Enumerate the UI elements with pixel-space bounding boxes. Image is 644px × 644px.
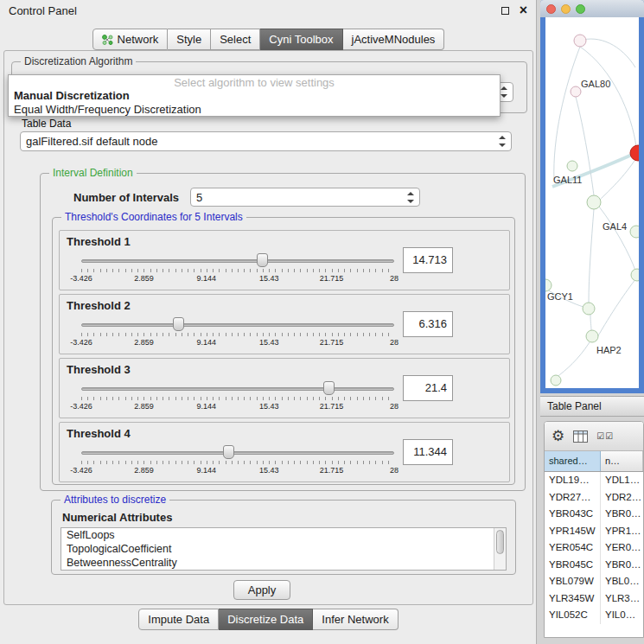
num-intervals-combobox[interactable]: 5 bbox=[190, 188, 420, 207]
table-data-label: Table Data bbox=[22, 118, 71, 130]
mac-minimize-icon[interactable] bbox=[561, 4, 571, 14]
thresholds-legend: Threshold's Coordinates for 5 Intervals bbox=[61, 211, 246, 223]
cyni-bottom-tabs: Impute Data Discretize Data Infer Networ… bbox=[0, 609, 537, 630]
tab-infer-network[interactable]: Infer Network bbox=[313, 609, 398, 630]
attributes-list[interactable]: SelfLoops TopologicalCoefficient Between… bbox=[61, 527, 507, 571]
table-cell[interactable]: YBR0… bbox=[601, 506, 643, 523]
network-node[interactable] bbox=[567, 161, 577, 171]
table-row[interactable]: YLR345W YLR3… bbox=[545, 590, 643, 608]
table-cell[interactable]: YDR27… bbox=[545, 489, 601, 507]
list-item-selfloops[interactable]: SelfLoops bbox=[61, 528, 506, 542]
network-node[interactable] bbox=[551, 375, 561, 386]
table-row[interactable]: YBR045C YBR0… bbox=[545, 557, 643, 574]
table-cell[interactable]: YER0… bbox=[601, 539, 643, 557]
slider-handle[interactable] bbox=[173, 317, 184, 331]
cyni-toolbox-panel: Discretization Algorithm Select algorith… bbox=[3, 50, 533, 605]
threshold-4-value-field[interactable]: 11.344 bbox=[403, 439, 453, 465]
table-cell[interactable]: YPR145W bbox=[545, 523, 601, 540]
tab-label-impute-data: Impute Data bbox=[148, 613, 209, 626]
table-cell[interactable]: YIL0… bbox=[601, 607, 643, 624]
gear-icon[interactable]: ⚙ bbox=[552, 429, 564, 443]
tab-select[interactable]: Select bbox=[211, 29, 260, 50]
network-node[interactable] bbox=[630, 226, 639, 238]
threshold-1-slider[interactable]: -3.426 2.859 9.144 15.43 21.715 28 bbox=[81, 252, 394, 288]
threshold-2-label: Threshold 2 bbox=[67, 299, 131, 312]
table-cell[interactable]: YDL1… bbox=[601, 472, 643, 489]
scrollbar-thumb[interactable] bbox=[496, 530, 504, 554]
slider-handle[interactable] bbox=[223, 445, 234, 459]
table-row[interactable]: YBR043C YBR0… bbox=[545, 506, 643, 523]
network-node[interactable] bbox=[587, 195, 601, 209]
threshold-3-value-field[interactable]: 21.4 bbox=[403, 375, 453, 401]
scale-label: -3.426 bbox=[70, 274, 92, 283]
close-icon[interactable]: × bbox=[520, 5, 527, 16]
combo-arrows-icon bbox=[407, 192, 414, 203]
network-node[interactable] bbox=[571, 86, 581, 97]
network-view-titlebar bbox=[540, 0, 644, 17]
scale-label: 28 bbox=[390, 466, 399, 475]
list-item-topologicalcoefficient[interactable]: TopologicalCoefficient bbox=[61, 542, 506, 556]
column-header-name[interactable]: n… bbox=[601, 451, 643, 471]
slider-ticks bbox=[81, 269, 394, 272]
table-cell[interactable]: YBR0… bbox=[601, 557, 643, 574]
table-cell[interactable]: YER054C bbox=[545, 539, 601, 557]
network-node[interactable] bbox=[583, 303, 595, 315]
threshold-2-slider[interactable]: -3.426 2.859 9.144 15.43 21.715 28 bbox=[81, 316, 394, 352]
network-node[interactable] bbox=[631, 269, 639, 281]
tab-network[interactable]: Network bbox=[92, 29, 169, 50]
threshold-3-slider[interactable]: -3.426 2.859 9.144 15.43 21.715 28 bbox=[81, 379, 394, 416]
columns-icon[interactable] bbox=[573, 430, 588, 443]
tab-discretize-data[interactable]: Discretize Data bbox=[219, 609, 313, 630]
tab-impute-data[interactable]: Impute Data bbox=[138, 609, 219, 630]
table-cell[interactable]: YDR2… bbox=[601, 489, 643, 507]
table-cell[interactable]: YLR3… bbox=[601, 590, 643, 608]
table-row[interactable]: YBL079W YBL0… bbox=[545, 573, 643, 590]
slider-handle[interactable] bbox=[323, 381, 335, 395]
table-cell[interactable]: YIL052C bbox=[545, 607, 601, 624]
table-row[interactable]: YER054C YER0… bbox=[545, 539, 643, 557]
table-cell[interactable]: YBR043C bbox=[545, 506, 601, 523]
column-header-shared-name[interactable]: shared… bbox=[545, 451, 601, 471]
scale-label: 2.859 bbox=[134, 402, 154, 411]
table-cell[interactable]: YLR345W bbox=[545, 590, 601, 608]
slider-handle[interactable] bbox=[257, 253, 268, 267]
list-scrollbar[interactable] bbox=[494, 528, 506, 570]
table-row[interactable]: YIL052C YIL0… bbox=[545, 607, 643, 624]
table-cell[interactable]: YPR1… bbox=[601, 523, 643, 540]
table-row[interactable]: YDL19… YDL1… bbox=[545, 472, 643, 489]
float-window-icon[interactable] bbox=[501, 7, 509, 15]
table-cell[interactable]: YBR045C bbox=[545, 557, 601, 574]
list-item-betweennesscentrality[interactable]: BetweennessCentrality bbox=[61, 556, 506, 570]
select-columns-checkbox-icon[interactable]: ☑☑ bbox=[596, 431, 614, 441]
mac-zoom-icon[interactable] bbox=[576, 4, 585, 14]
network-node[interactable] bbox=[545, 279, 552, 291]
threshold-4-slider[interactable]: -3.426 2.859 9.144 15.43 21.715 28 bbox=[81, 443, 394, 480]
threshold-1-value-field[interactable]: 14.713 bbox=[403, 247, 453, 273]
mac-close-icon[interactable] bbox=[546, 4, 556, 14]
network-canvas-wrap: GAL80 GAL11 GAL4 GCY1 HAP2 bbox=[545, 17, 639, 388]
threshold-panel-2: Threshold 2 -3.426 2.859 9.144 15.43 21.… bbox=[59, 294, 510, 354]
control-panel-tabs: Network Style Select Cyni Toolbox jActiv… bbox=[0, 29, 537, 50]
dropdown-option-manual-discretization[interactable]: Manual Discretization bbox=[9, 89, 500, 103]
tab-label-infer-network: Infer Network bbox=[322, 613, 388, 626]
table-cell[interactable]: YBL0… bbox=[601, 573, 643, 590]
threshold-3-label: Threshold 3 bbox=[67, 363, 131, 376]
scale-label: 9.144 bbox=[197, 274, 217, 283]
table-row[interactable]: YDR27… YDR2… bbox=[545, 489, 643, 507]
network-node-selected[interactable] bbox=[630, 145, 639, 161]
network-node[interactable] bbox=[586, 330, 598, 342]
scale-label: 21.715 bbox=[320, 274, 344, 283]
table-row[interactable]: YPR145W YPR1… bbox=[545, 523, 643, 540]
tab-jactivemnodules[interactable]: jActiveMNodules bbox=[343, 29, 445, 50]
network-canvas[interactable]: GAL80 GAL11 GAL4 GCY1 HAP2 bbox=[545, 17, 639, 388]
dropdown-option-equal-width-frequency[interactable]: Equal Width/Frequency Discretization bbox=[9, 103, 500, 117]
threshold-2-value-field[interactable]: 6.316 bbox=[403, 311, 453, 337]
apply-button[interactable]: Apply bbox=[233, 580, 290, 600]
table-data-combobox[interactable]: galFiltered.sif default node bbox=[20, 131, 512, 151]
tab-cyni-toolbox[interactable]: Cyni Toolbox bbox=[260, 29, 342, 50]
table-cell[interactable]: YBL079W bbox=[545, 573, 601, 590]
network-node[interactable] bbox=[574, 35, 586, 47]
tab-style[interactable]: Style bbox=[168, 29, 211, 50]
desktop: { "window": { "title": "Control Panel" }… bbox=[0, 0, 644, 644]
table-cell[interactable]: YDL19… bbox=[545, 472, 601, 489]
